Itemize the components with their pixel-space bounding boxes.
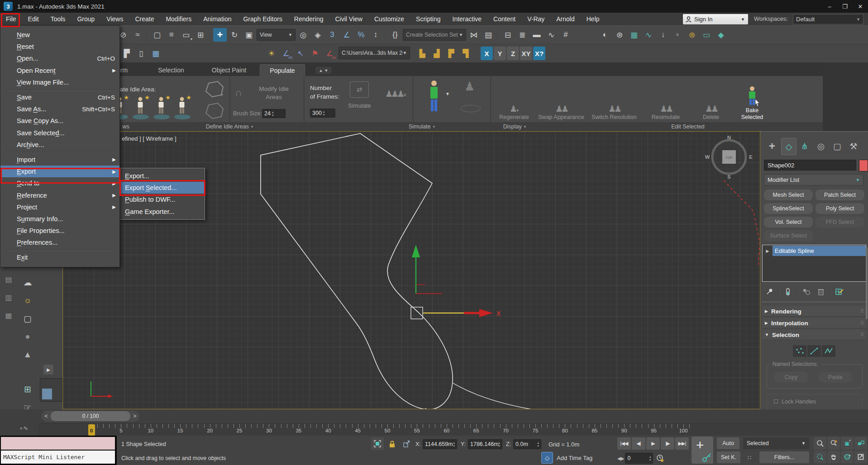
zoom-region-icon[interactable] xyxy=(814,451,826,463)
zoom-extents-all-icon[interactable] xyxy=(854,437,867,450)
previous-key-button[interactable]: ◀| xyxy=(632,437,645,450)
spline-shape[interactable] xyxy=(261,133,453,409)
align-icon[interactable]: ▤ xyxy=(482,28,495,42)
file-menu-item-open-[interactable]: Open...Ctrl+O xyxy=(0,52,119,64)
motion-tab-icon[interactable]: ◎ xyxy=(814,138,828,154)
file-menu-item-new[interactable]: New xyxy=(0,29,119,41)
axis-constraint-xy[interactable]: XY xyxy=(520,47,532,60)
ribbon-panel-label-define-idle-areas[interactable]: Define Idle Areas▾ xyxy=(206,122,253,131)
file-menu-item-save-as-[interactable]: Save As...Shift+Ctrl+S xyxy=(0,103,119,115)
select-and-scale-icon[interactable]: ▣ xyxy=(242,28,256,42)
angle-46-icon[interactable]: ∠46 xyxy=(323,47,336,60)
menu-create[interactable]: Create xyxy=(129,13,160,25)
zoom-all-icon[interactable] xyxy=(827,437,840,450)
menu-v-ray[interactable]: V-Ray xyxy=(521,13,550,25)
sphere-tool-icon[interactable]: ● xyxy=(20,329,35,344)
menu-scripting[interactable]: Scripting xyxy=(410,13,446,25)
ribbon-panel-label-simulate[interactable]: Simulate▾ xyxy=(409,122,435,131)
maximize-button[interactable]: ❐ xyxy=(837,1,853,12)
sunlight-icon[interactable]: ☀ xyxy=(265,47,278,60)
view-compass[interactable]: TOP N S W E xyxy=(705,135,753,180)
angle-45-icon[interactable]: ∠45 xyxy=(279,47,293,60)
modifier-list-dropdown[interactable]: Modifier List▼ xyxy=(764,174,863,185)
maximize-viewport-icon[interactable] xyxy=(854,451,867,463)
auto-key-button[interactable]: Auto xyxy=(717,437,739,449)
object-name-field[interactable]: Shape002 xyxy=(764,160,856,171)
close-button[interactable]: ✕ xyxy=(853,1,868,12)
show-end-result-icon[interactable] xyxy=(782,286,793,297)
layer-explorer-icon[interactable]: ≣ xyxy=(515,28,529,42)
viewport-config-icon[interactable]: ▭ xyxy=(700,28,713,42)
viewport-layout-preview[interactable] xyxy=(40,378,62,402)
menu-views[interactable]: Views xyxy=(100,13,129,25)
filters-button[interactable]: Filters... xyxy=(759,451,809,463)
container-closed-icon[interactable]: ▟ xyxy=(430,47,444,60)
note-flag-icon[interactable]: ⚑ xyxy=(308,47,322,60)
modify-tab-icon[interactable]: ◇ xyxy=(781,138,796,155)
menu-interactive[interactable]: Interactive xyxy=(447,13,488,25)
vertex-subobject-icon[interactable] xyxy=(793,345,806,357)
time-slider[interactable]: < 0 / 100 > xyxy=(42,411,139,422)
stats-panel-icon[interactable]: ▦ xyxy=(2,308,15,322)
render-production-icon[interactable]: ∿ xyxy=(642,28,655,42)
menu-modifiers[interactable]: Modifiers xyxy=(160,13,197,25)
file-menu-item-reference[interactable]: Reference▶ xyxy=(0,189,119,201)
maxscript-mini-listener[interactable]: MAXScript Mini Listener xyxy=(0,436,117,465)
go-to-end-button[interactable]: ▶▶| xyxy=(675,437,689,450)
display-tab-icon[interactable]: ▢ xyxy=(830,138,844,154)
spinner-arrows-icon[interactable]: ▴▾ xyxy=(453,441,455,447)
spinner-arrows-icon[interactable]: ▴▾ xyxy=(323,110,325,116)
ribbon-button-regenerate[interactable]: ♟ ▾Regenerate xyxy=(495,79,534,120)
cube-tool-icon[interactable]: ▢ xyxy=(20,311,35,326)
next-frame-button[interactable]: > xyxy=(130,411,139,421)
rendered-frame-window-icon[interactable]: ▦ xyxy=(627,28,641,42)
set-keys-button[interactable]: + xyxy=(692,437,713,464)
configure-modifier-sets-icon[interactable] xyxy=(834,286,845,297)
ribbon-panel-label-ws[interactable]: ws xyxy=(122,122,129,131)
hierarchy-tab-icon[interactable]: ⋔ xyxy=(797,138,812,154)
ribbon-toggle-icon[interactable]: ▬ xyxy=(530,28,544,42)
lasso-cloud-icon[interactable]: ☁ xyxy=(20,275,35,289)
select-by-name-icon[interactable]: ≡ xyxy=(165,28,178,42)
menu-customize[interactable]: Customize xyxy=(368,13,410,25)
stack-row-editable-spline[interactable]: ▶ Editable Spline xyxy=(763,246,866,256)
spinner-arrows-icon[interactable]: ▴▾ xyxy=(272,110,274,117)
arrow-nw-icon[interactable]: ↖ xyxy=(294,47,307,60)
render-setup-icon[interactable]: ⊛ xyxy=(613,28,626,42)
file-menu-item-project[interactable]: Project▶ xyxy=(0,201,119,213)
time-configuration-icon[interactable] xyxy=(654,452,667,465)
select-object-icon[interactable]: ▢ xyxy=(150,28,164,42)
maxscript-icon[interactable]: {} xyxy=(388,28,402,42)
isolate-selection-icon[interactable] xyxy=(371,437,384,450)
menu-arnold[interactable]: Arnold xyxy=(550,13,580,25)
state-sets-icon[interactable]: ▫ xyxy=(671,28,684,42)
submenu-item-game-exporter-[interactable]: Game Exporter... xyxy=(119,206,205,218)
spinner-snap-icon[interactable]: ↕ xyxy=(369,28,382,42)
file-menu-item-save-selected-[interactable]: Save Selected... xyxy=(0,127,119,139)
absolute-offset-mode-icon[interactable] xyxy=(400,437,413,450)
expand-arrow-icon[interactable]: ▶ xyxy=(763,246,773,256)
schematic-view-icon[interactable]: # xyxy=(559,28,572,42)
time-slider-grip[interactable]: 0 / 100 xyxy=(51,411,130,421)
ribbon-button-swap-appearance[interactable]: ♟♟Swap Appearance xyxy=(538,79,584,120)
ribbon-button-switch-resolution[interactable]: ♟♟Switch Resolution xyxy=(589,79,639,120)
file-menu-item-view-image-file-[interactable]: View Image File... xyxy=(0,76,119,88)
create-tab-icon[interactable]: + xyxy=(765,138,779,154)
go-to-start-button[interactable]: |◀◀ xyxy=(617,437,631,450)
file-menu-item-import[interactable]: Import▶ xyxy=(0,154,119,166)
submenu-item-export-selected-[interactable]: Export Selected... xyxy=(119,182,205,194)
container-edit-icon[interactable]: ▜ xyxy=(459,47,472,60)
submenu-item-publish-to-dwf-[interactable]: Publish to DWF... xyxy=(119,194,205,205)
reference-coordinate-system-dropdown[interactable]: View▼ xyxy=(257,29,296,41)
y-coordinate-field[interactable]: 1786.146m▴▾ xyxy=(468,439,502,449)
ribbon-button-bake-selected[interactable]: Bake Selected xyxy=(734,79,770,120)
modifier-button-mesh-select[interactable]: Mesh Select xyxy=(764,190,813,200)
set-key-button[interactable]: Set K. xyxy=(717,451,740,463)
listener-input-row[interactable]: MAXScript Mini Listener xyxy=(1,451,115,464)
axis-constraint-x[interactable]: X xyxy=(481,47,493,60)
file-menu-item-open-recent[interactable]: Open Recent▶ xyxy=(0,65,119,76)
ribbon-button-delete[interactable]: ♟♟Delete xyxy=(692,79,730,120)
file-menu-item-preferences-[interactable]: Preferences... xyxy=(0,237,119,248)
minimize-button[interactable]: – xyxy=(822,1,837,12)
film-panel-icon[interactable]: ▥ xyxy=(2,290,15,304)
